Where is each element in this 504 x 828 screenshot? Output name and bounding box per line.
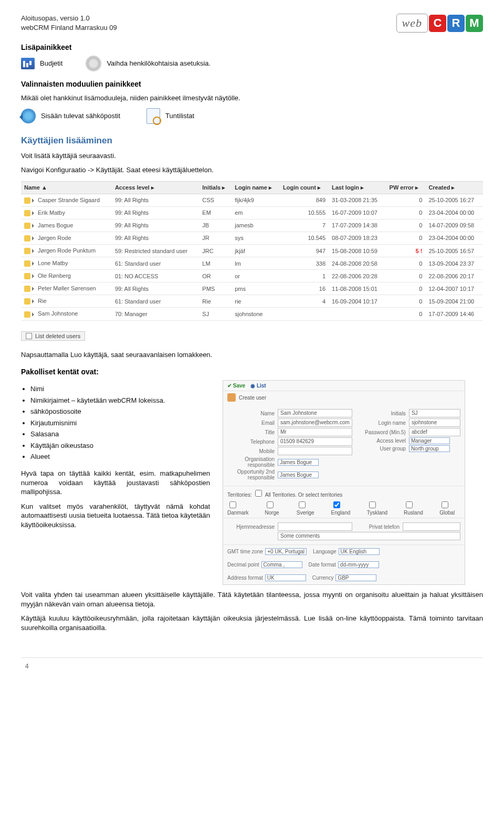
guide-title: Aloitusopas, versio 1.0 xyxy=(21,14,117,23)
expand-icon[interactable] xyxy=(32,224,36,228)
column-header[interactable]: Last login ▸ xyxy=(329,181,386,194)
settings-label: Vaihda henkilökohtaisia asetuksia. xyxy=(107,59,211,68)
column-header[interactable]: Initials ▸ xyxy=(199,181,232,194)
expand-icon[interactable] xyxy=(32,312,36,317)
access-level-select[interactable]: Manager xyxy=(409,437,450,444)
home-address-field[interactable] xyxy=(278,522,352,531)
territory-checkbox[interactable] xyxy=(229,501,236,508)
section-add-users-title: Käyttäjien lisääminen xyxy=(21,135,483,146)
save-button[interactable]: ✔ Save xyxy=(227,383,245,389)
territory-checkbox[interactable] xyxy=(369,501,376,508)
optional-modules-desc: Mikäli olet hankkinut lisämoduuleja, nii… xyxy=(21,93,483,103)
expand-icon[interactable] xyxy=(32,236,36,240)
initials-field[interactable]: SJ xyxy=(409,409,460,417)
expand-icon[interactable] xyxy=(32,299,36,303)
list-deleted-users-button[interactable]: List deleted users xyxy=(21,331,85,341)
click-create-desc: Napsauttamalla Luo käyttäjä, saat seuraa… xyxy=(21,350,483,360)
column-header[interactable]: Login count ▸ xyxy=(280,181,329,194)
opp-responsible-select[interactable]: James Bogue xyxy=(278,471,319,478)
address-format-select[interactable]: UK xyxy=(265,574,306,581)
table-row[interactable]: Peter Møller Sørensen99: All RightsPMSpm… xyxy=(21,282,483,295)
table-row[interactable]: Erik Matby99: All RightsEMem10.55516-07-… xyxy=(21,206,483,219)
bar-chart-icon xyxy=(21,58,35,69)
gmt-timezone-select[interactable]: +0 UK, Portugal xyxy=(265,548,307,555)
date-format-select[interactable]: dd-mm-yyyy xyxy=(338,561,379,568)
edit-icon[interactable] xyxy=(24,235,30,242)
create-user-heading: Create user xyxy=(239,395,266,401)
guide-subtitle: webCRM Finland Marraskuu 09 xyxy=(21,23,117,33)
edit-icon[interactable] xyxy=(24,223,30,229)
list-item: Nimi xyxy=(30,384,210,394)
password-field[interactable]: abcdef xyxy=(409,428,460,436)
org-responsible-select[interactable]: James Bogue xyxy=(278,459,319,466)
expand-icon[interactable] xyxy=(32,261,36,266)
table-row[interactable]: Casper Strande Sigaard99: All RightsCSSf… xyxy=(21,194,483,206)
table-row[interactable]: Sam Johnstone70: ManagerSJsjohnstone017-… xyxy=(21,308,483,320)
hourlist-icon xyxy=(146,108,160,124)
table-row[interactable]: Jørgen Rode99: All RightsJRsys10.54508-0… xyxy=(21,232,483,244)
all-territories-checkbox[interactable] xyxy=(255,490,262,497)
territory-checkbox[interactable] xyxy=(406,501,413,508)
inbound-email-label: Sisään tulevat sähköpostit xyxy=(41,111,120,121)
users-table: Name ▲Access level ▸Initials ▸Login name… xyxy=(21,181,483,321)
column-header[interactable]: PW error ▸ xyxy=(386,181,426,194)
list-item: Salasana xyxy=(30,429,210,439)
comments-field[interactable]: Some comments xyxy=(278,532,460,540)
language-select[interactable]: UK English xyxy=(339,548,380,555)
user-group-select[interactable]: North group xyxy=(409,445,450,452)
backup-persons-note: Kun valitset myös varahenkilöt, täyttyvä… xyxy=(21,502,210,530)
telephone-field[interactable]: 01509 842629 xyxy=(278,437,352,446)
territory-checkbox[interactable] xyxy=(267,501,274,508)
table-row[interactable]: Jørgen Rode Punktum59: Restricted standa… xyxy=(21,245,483,257)
section-additional-buttons-title: Lisäpainikkeet xyxy=(21,43,483,51)
table-row[interactable]: James Bogue99: All RightsJBjamesb717-07-… xyxy=(21,219,483,232)
create-user-form: ✔ Save ◉ List Create user NameSam Johnst… xyxy=(223,380,465,585)
page-footer: 4 xyxy=(21,657,483,670)
column-header[interactable]: Login name ▸ xyxy=(232,181,280,194)
edit-icon[interactable] xyxy=(24,197,30,204)
table-row[interactable]: Lone Matby61: Standard userLMlm33824-08-… xyxy=(21,257,483,270)
edit-icon[interactable] xyxy=(24,210,30,216)
edit-icon[interactable] xyxy=(24,286,30,292)
table-row[interactable]: Ole Rønberg01: NO ACCESSORor122-08-2006 … xyxy=(21,270,483,282)
checkbox-icon xyxy=(26,333,32,339)
table-row[interactable]: Rie61: Standard userRierie416-09-2004 10… xyxy=(21,295,483,308)
title-field[interactable]: Mr xyxy=(278,428,352,436)
page-number: 4 xyxy=(25,662,29,670)
list-item: Nimikirjaimet – käytetään webCRM lokeiss… xyxy=(30,396,210,405)
users-table-wrap: Name ▲Access level ▸Initials ▸Login name… xyxy=(21,181,483,321)
currency-select[interactable]: GBP xyxy=(335,574,376,581)
territory-options: DanmarkNorgeSverigeEnglandTysklandRuslan… xyxy=(227,500,460,516)
login-name-field[interactable]: sjohnstone xyxy=(409,418,460,427)
inbound-email-icon xyxy=(21,109,36,123)
mandatory-field-list: NimiNimikirjaimet – käytetään webCRM lok… xyxy=(30,384,210,462)
column-header[interactable]: Name ▲ xyxy=(21,181,112,194)
column-header[interactable]: Access level ▸ xyxy=(112,181,199,194)
decimal-point-select[interactable]: Comma , xyxy=(261,561,302,568)
edit-icon[interactable] xyxy=(24,311,30,318)
gear-icon xyxy=(86,56,101,71)
edit-icon[interactable] xyxy=(24,260,30,267)
expand-icon[interactable] xyxy=(32,198,36,203)
area-selection-note: Voit valita yhden tai useamman alueen yk… xyxy=(21,590,483,609)
list-item: Kirjautumisnimi xyxy=(30,418,210,428)
permission-group-note: Käyttäjä kuuluu käyttöoikeusryhmään, jol… xyxy=(21,614,483,632)
private-phone-field[interactable] xyxy=(403,522,460,531)
edit-icon[interactable] xyxy=(24,248,30,254)
expand-icon[interactable] xyxy=(32,274,36,278)
edit-icon[interactable] xyxy=(24,298,30,305)
territory-checkbox[interactable] xyxy=(333,501,340,508)
territory-checkbox[interactable] xyxy=(442,501,448,508)
territory-checkbox[interactable] xyxy=(299,501,306,508)
add-users-intro: Voit lisätä käyttäjiä seuraavasti. xyxy=(21,151,483,161)
column-header[interactable]: Created ▸ xyxy=(425,181,483,194)
list-button[interactable]: ◉ List xyxy=(250,383,266,389)
mobile-field[interactable] xyxy=(278,447,352,455)
name-field[interactable]: Sam Johnstone xyxy=(278,409,352,417)
webcrm-logo: web C R M xyxy=(396,14,483,33)
edit-icon[interactable] xyxy=(24,273,30,279)
email-field[interactable]: sam.johnstone@webcrm.com xyxy=(278,418,352,427)
expand-icon[interactable] xyxy=(32,287,36,291)
expand-icon[interactable] xyxy=(32,211,36,215)
expand-icon[interactable] xyxy=(32,249,36,253)
